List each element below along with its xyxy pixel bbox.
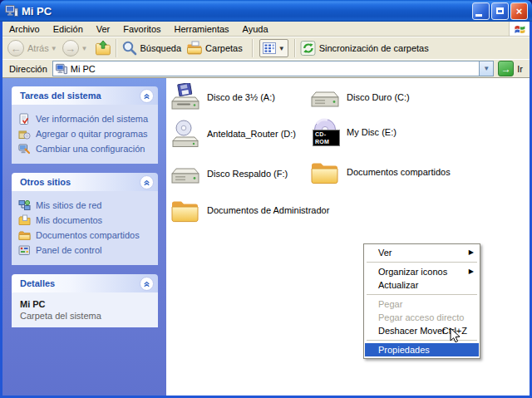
menu-ver[interactable]: Ver [90, 22, 117, 36]
panel-other-places: Otros sitios [12, 173, 158, 265]
menu-edicion[interactable]: Edición [47, 22, 90, 36]
go-arrow-icon: → [501, 63, 511, 75]
link-shared-documents[interactable]: Documentos compartidos [18, 229, 155, 242]
close-button[interactable]: × [510, 2, 528, 20]
address-input[interactable]: Mi PC ▼ [52, 61, 494, 76]
sync-label[interactable]: Sincronización de carpetas [319, 43, 429, 53]
item-label: Documentos de Administrador [207, 205, 329, 215]
item-shared-documents[interactable]: Documentos compartidos [310, 158, 451, 186]
network-places-icon [18, 199, 31, 212]
collapse-button[interactable] [140, 89, 154, 103]
back-label: Atrás [27, 43, 49, 53]
panel-system-tasks: Tareas del sistema Ver in [12, 86, 158, 164]
panel-details: Detalles Mi PC Carpeta del sistema [12, 274, 158, 327]
item-label: Disco Duro (C:) [347, 92, 410, 102]
menu-archivo[interactable]: Archivo [2, 22, 47, 36]
close-icon: × [516, 6, 523, 17]
panel-header[interactable]: Tareas del sistema [12, 86, 158, 105]
views-button[interactable]: ▼ [259, 39, 288, 57]
item-label: My Disc (E:) [347, 127, 397, 137]
address-bar: Dirección Mi PC ▼ → Ir [2, 59, 530, 78]
folders-label[interactable]: Carpetas [205, 43, 243, 53]
back-dropdown-icon[interactable]: ▼ [51, 45, 57, 52]
views-grid-icon [263, 42, 276, 55]
link-add-remove-programs[interactable]: Agregar o quitar programas [18, 128, 155, 140]
toolbar: ← Atrás ▼ → ▼ Búsqueda Carpetas [2, 37, 530, 59]
panel-body: Mi PC Carpeta del sistema [12, 292, 158, 327]
collapse-button[interactable] [140, 175, 154, 189]
chevron-up-icon [142, 91, 151, 101]
details-description: Carpeta del sistema [20, 311, 150, 321]
link-label: Agregar o quitar programas [36, 129, 148, 140]
menu-ayuda[interactable]: Ayuda [236, 22, 275, 36]
panel-title: Detalles [20, 278, 140, 288]
my-documents-icon [18, 214, 31, 227]
submenu-arrow-icon: ▶ [469, 265, 474, 278]
search-icon[interactable] [121, 40, 138, 57]
maximize-button[interactable] [491, 2, 509, 20]
explorer-window: Mi PC × Archivo Edición Ver Favoritos He… [0, 0, 532, 398]
item-label: Disco de 3½ (A:) [207, 92, 275, 102]
item-admin-documents[interactable]: Documentos de Administrador [170, 196, 329, 224]
link-label: Mis sitios de red [36, 200, 101, 211]
item-label: Anteldata_Router (D:) [207, 129, 296, 139]
task-pane: Tareas del sistema Ver in [2, 78, 166, 396]
item-label: Disco Respaldo (F:) [207, 169, 288, 179]
panel-header[interactable]: Detalles [12, 274, 158, 292]
cd-drive-icon [170, 120, 200, 148]
item-floppy-a[interactable]: Disco de 3½ (A:) [170, 83, 275, 111]
up-folder-button[interactable] [95, 40, 111, 57]
link-network-places[interactable]: Mis sitios de red [18, 199, 155, 212]
address-dropdown-button[interactable]: ▼ [479, 61, 493, 76]
back-button[interactable]: ← [7, 40, 24, 57]
panel-header[interactable]: Otros sitios [12, 173, 158, 191]
submenu-arrow-icon: ▶ [469, 246, 474, 259]
menu-item-actualizar[interactable]: Actualizar [365, 278, 479, 292]
folder-sync-icon[interactable] [300, 40, 317, 57]
my-computer-icon [5, 4, 18, 17]
menu-item-deshacer-mover[interactable]: Deshacer Mover Ctrl+Z [365, 324, 479, 337]
address-label: Dirección [9, 64, 47, 74]
menu-separator [367, 262, 477, 263]
link-system-info[interactable]: Ver información del sistema [18, 113, 155, 125]
floppy-drive-icon [170, 83, 200, 111]
search-label[interactable]: Búsqueda [140, 43, 182, 53]
shared-documents-icon [18, 229, 31, 242]
item-cd-d[interactable]: Anteldata_Router (D:) [170, 120, 296, 148]
menu-item-pegar: Pegar [365, 297, 479, 311]
item-hdd-f[interactable]: Disco Respaldo (F:) [170, 160, 288, 188]
go-button[interactable]: → [498, 61, 514, 76]
menu-herramientas[interactable]: Herramientas [168, 22, 236, 36]
folders-icon[interactable] [186, 40, 203, 57]
link-label: Panel de control [36, 245, 102, 256]
minimize-button[interactable] [472, 2, 490, 20]
client-area: Tareas del sistema Ver in [2, 78, 530, 396]
item-hdd-c[interactable]: Disco Duro (C:) [310, 83, 410, 111]
address-value: Mi PC [71, 64, 479, 74]
forward-dropdown-icon[interactable]: ▼ [81, 45, 88, 52]
forward-button[interactable]: → [62, 40, 79, 57]
folder-view[interactable]: Disco de 3½ (A:) Disco Duro (C:) [166, 78, 530, 396]
panel-body: Mis sitios de red Mis documentos [12, 191, 158, 265]
views-dropdown-icon: ▼ [278, 45, 285, 52]
item-label: Documentos compartidos [347, 167, 451, 177]
hard-drive-icon [170, 160, 200, 188]
item-cdrom-e[interactable]: CD-ROM My Disc (E:) [310, 118, 397, 146]
chevron-up-icon [142, 178, 151, 187]
link-label: Documentos compartidos [36, 230, 140, 241]
link-change-setting[interactable]: Cambiar una configuración [18, 143, 155, 155]
title-bar: Mi PC × [0, 0, 532, 22]
panel-title: Tareas del sistema [20, 91, 140, 101]
menu-bar: Archivo Edición Ver Favoritos Herramient… [2, 22, 530, 37]
go-label: Ir [517, 64, 523, 74]
panel-body: Ver información del sistema Agregar o qu… [12, 105, 158, 164]
collapse-button[interactable] [140, 277, 154, 291]
link-my-documents[interactable]: Mis documentos [18, 214, 155, 227]
link-control-panel[interactable]: Panel de control [18, 244, 155, 257]
window-title: Mi PC [22, 5, 470, 17]
menu-item-ver[interactable]: Ver ▶ [365, 246, 479, 259]
toolbar-separator [252, 39, 254, 57]
menu-item-organizar-iconos[interactable]: Organizar iconos ▶ [365, 265, 479, 278]
menu-favoritos[interactable]: Favoritos [116, 22, 167, 36]
menu-item-propiedades[interactable]: Propiedades [365, 343, 479, 356]
